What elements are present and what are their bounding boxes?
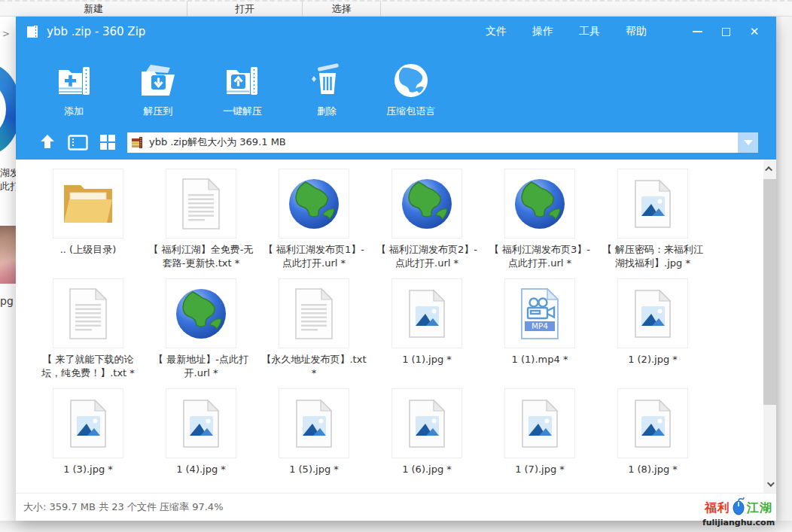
watermark: 福利 江湖 fulijianghu.com [694,497,783,527]
toolbar-delete-button[interactable]: 删除 [290,62,364,118]
zip-file-icon [132,137,145,148]
background-right-edge [776,17,792,521]
file-item[interactable]: 【 福利江湖】全免费-无套路-更新快.txt * [145,169,257,278]
toolbar-button-label: 解压到 [144,105,173,118]
file-name: 【 福利江湖】全免费-无套路-更新快.txt * [147,243,255,270]
file-icon-url [504,169,575,239]
file-icon-jpg [53,388,123,458]
file-icon-jpg [166,388,236,458]
file-item[interactable]: 1 (1).jpg * [370,278,483,388]
desktop: 新建打开选择 > 湖发 此打 pg ybb .zip - 360 Zip 文件操… [0,0,792,532]
file-name: 1 (3).jpg * [63,463,113,476]
file-icon-url [166,278,236,348]
file-item[interactable]: 【 福利江湖发布页2】- 点此打开.url * [370,169,483,278]
file-icon-url [279,169,349,239]
file-name: 1 (1).jpg * [402,353,452,366]
background-filename-fragment: pg [0,295,16,307]
maximize-button[interactable] [714,22,737,41]
toolbar-one-click-extract-button[interactable]: 一键解压 [206,62,279,118]
menu-tools[interactable]: 工具 [579,25,600,38]
file-icon-jpg [504,388,575,458]
file-item[interactable]: 【 来了就能下载的论坛，纯免费！】.txt * [32,278,145,388]
add-icon [56,62,92,99]
file-item[interactable]: 【 福利江湖发布页1】- 点此打开.url * [257,169,370,278]
file-item[interactable]: 1 (3).jpg * [32,388,145,493]
background-tab-select[interactable]: 选择 [303,2,380,16]
scrollbar[interactable] [763,160,776,493]
background-tab-open[interactable]: 打开 [187,2,302,16]
background-filename-fragment: 此打 [0,180,16,193]
file-item[interactable]: 1 (6).jpg * [370,388,483,493]
file-item[interactable]: 【 福利江湖发布页3】- 点此打开.url * [483,169,596,278]
scrollbar-thumb[interactable] [763,179,776,405]
file-item[interactable]: 1 (8).jpg * [596,388,709,493]
mouse-icon [732,497,745,518]
file-list-area: .. (上级目录) 【 福利江湖】全免费-无套路-更新快.txt * 【 福利江… [16,160,776,493]
background-photo-fragment [0,226,16,284]
watermark-text-left: 福利 [705,500,730,516]
file-item[interactable]: 1 (7).jpg * [483,388,596,493]
chevron-down-icon [767,479,775,487]
scroll-down-button[interactable] [763,475,776,493]
file-item[interactable]: .. (上级目录) [32,169,145,278]
toolbar-archive-language-button[interactable]: 压缩包语言 [374,62,448,118]
chevron-up-icon [765,166,772,173]
file-icon-txt [279,278,349,348]
file-item[interactable]: 【 最新地址】-点此打开.url * [145,278,257,388]
file-name: 【 福利江湖发布页1】- 点此打开.url * [260,243,368,270]
file-name: 1 (5).jpg * [289,463,339,476]
details-view-button[interactable] [68,135,88,150]
statusbar: 大小: 359.7 MB 共 23 个文件 压缩率 97.4% [16,493,776,521]
background-window-left-edge: > 湖发 此打 pg [0,17,16,521]
file-icon-jpg [617,169,688,239]
menu-operation[interactable]: 操作 [532,25,553,38]
toolbar-button-label: 添加 [64,105,84,118]
file-name: 1 (7).jpg * [515,463,565,476]
toolbar-button-label: 一键解压 [223,105,262,118]
file-icon-jpg [617,278,688,348]
scroll-up-button[interactable] [763,160,776,178]
file-icon-folder [53,169,123,239]
file-item[interactable]: 1 (4).jpg * [145,388,257,493]
window-controls: ✕ [686,22,766,41]
chevron-down-icon [744,140,753,145]
file-name: 【 最新地址】-点此打开.url * [147,353,255,380]
file-name: 【 解压密码：来福利江湖找福利】.jpg * [599,243,707,270]
breadcrumb-chevron-icon: > [2,29,10,39]
archive-language-icon [392,62,430,99]
background-logo-fragment [0,63,16,155]
file-item[interactable]: 【 解压密码：来福利江湖找福利】.jpg * [596,169,709,278]
thumbnail-view-button[interactable] [99,134,116,150]
archive-icon [25,24,40,39]
file-icon-txt [53,278,123,348]
menu-help[interactable]: 帮助 [626,25,647,38]
up-directory-button[interactable] [38,133,56,151]
address-field [127,132,738,153]
file-icon-url [391,169,462,239]
file-item[interactable]: MP4 1 (1).mp4 * [483,278,596,388]
file-item[interactable]: 1 (2).jpg * [596,278,709,388]
titlebar: ybb .zip - 360 Zip 文件操作工具帮助 ✕ [16,17,776,47]
extract-to-icon [139,62,178,99]
one-click-extract-icon [224,62,261,99]
background-window-tabstrip: 新建打开选择 [0,0,792,17]
file-item[interactable]: 1 (5).jpg * [257,388,370,493]
toolbar-button-label: 删除 [317,105,337,118]
file-icon-jpg [279,388,349,458]
background-tab-new[interactable]: 新建 [0,2,187,16]
file-grid: .. (上级目录) 【 福利江湖】全免费-无套路-更新快.txt * 【 福利江… [16,160,776,493]
menu-file[interactable]: 文件 [486,25,507,38]
close-button[interactable]: ✕ [743,22,766,41]
file-item[interactable]: 【永久地址发布页】.txt * [257,278,370,388]
tab-separator [380,1,381,17]
minimize-button[interactable] [686,22,708,41]
toolbar-add-button[interactable]: 添加 [37,62,111,118]
file-name: 【 来了就能下载的论坛，纯免费！】.txt * [34,353,142,380]
file-icon-mp4: MP4 [504,278,575,348]
address-input[interactable] [149,137,733,148]
status-text: 大小: 359.7 MB 共 23 个文件 压缩率 97.4% [23,500,224,514]
address-dropdown-button[interactable] [738,132,758,153]
toolbar-extract-to-button[interactable]: 解压到 [121,62,195,118]
file-name: 【永久地址发布页】.txt * [260,353,368,380]
file-name: 1 (8).jpg * [628,463,678,476]
